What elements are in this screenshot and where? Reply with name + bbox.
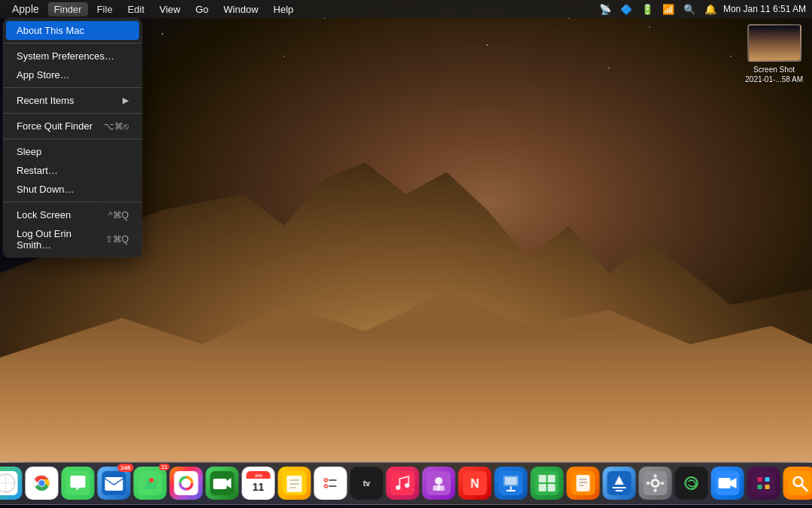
svg-point-19 — [39, 480, 45, 486]
screenshot-label-line1: Screen Shot — [753, 65, 795, 74]
svg-text:N: N — [471, 477, 480, 490]
dock-app-safari[interactable] — [0, 467, 23, 500]
dock-app-keynote[interactable] — [495, 467, 528, 500]
search-icon[interactable]: 🔍 — [681, 4, 698, 15]
menu-about-label: About This Mac — [17, 25, 84, 36]
svg-rect-87 — [758, 485, 762, 489]
menu-shutdown[interactable]: Shut Down… — [6, 180, 139, 199]
menu-app-store-label: App Store… — [17, 69, 70, 81]
dock-app-gyroflow[interactable] — [675, 467, 708, 500]
force-quit-shortcut: ⌥⌘⎋ — [104, 121, 129, 132]
dock-app-calendar[interactable]: JAN 11 — [242, 467, 275, 500]
dock-app-chrome[interactable] — [26, 467, 59, 500]
menu-sleep[interactable]: Sleep — [6, 142, 139, 161]
svg-point-25 — [150, 478, 154, 482]
menu-app-store[interactable]: App Store… — [6, 65, 139, 84]
menu-about-this-mac[interactable]: About This Mac — [6, 21, 139, 40]
svg-rect-41 — [319, 471, 343, 495]
screenshot-preview — [747, 24, 801, 62]
dock-app-music[interactable] — [386, 467, 420, 500]
dock-app-maps[interactable]: 11 — [134, 467, 167, 500]
dock-app-facetime[interactable] — [206, 467, 239, 500]
dock-app-podcasts[interactable] — [423, 467, 456, 500]
dock-app-appletv[interactable]: tv — [350, 467, 383, 500]
menubar-datetime: Mon Jan 11 6:51 AM — [723, 4, 806, 14]
svg-rect-86 — [765, 477, 770, 482]
menu-separator-4 — [3, 138, 142, 139]
svg-rect-62 — [539, 475, 547, 482]
menu-separator-2 — [3, 87, 142, 88]
dock-app-photos[interactable] — [170, 467, 203, 500]
svg-rect-67 — [577, 475, 590, 491]
svg-rect-63 — [548, 475, 556, 482]
svg-point-49 — [396, 485, 401, 490]
menu-recent-items[interactable]: Recent Items ▶ — [6, 91, 139, 110]
svg-rect-65 — [548, 484, 556, 491]
dock-app-valet[interactable] — [783, 467, 813, 500]
screenshot-label: Screen Shot 2021-01-...58 AM — [745, 65, 803, 84]
svg-text:11: 11 — [253, 481, 265, 493]
dock-app-reminders[interactable] — [314, 467, 347, 500]
menu-force-quit[interactable]: Force Quit Finder ⌥⌘⎋ — [6, 117, 139, 135]
notification-icon[interactable]: 🔔 — [702, 4, 719, 15]
calendar-date-badge: 11 — [159, 464, 170, 470]
apple-logo[interactable]: Apple — [6, 2, 45, 17]
menubar-edit[interactable]: Edit — [122, 2, 150, 17]
dock-app-news[interactable]: N — [459, 467, 492, 500]
menu-restart-label: Restart… — [17, 165, 58, 176]
svg-rect-78 — [661, 482, 665, 485]
dock-app-system-preferences[interactable] — [639, 467, 672, 500]
airdrop-icon[interactable]: 📡 — [597, 4, 614, 15]
menu-logout[interactable]: Log Out Erin Smith… ⇧⌘Q — [6, 224, 139, 254]
lock-screen-shortcut: ^⌘Q — [108, 210, 129, 221]
menubar-go[interactable]: Go — [189, 2, 214, 17]
menubar: Apple Finder File Edit View Go Window He… — [0, 0, 812, 18]
dock-app-slack[interactable] — [747, 467, 780, 500]
desktop: Apple Finder File Edit View Go Window He… — [0, 0, 812, 508]
menu-logout-label: Log Out Erin Smith… — [17, 228, 105, 251]
svg-rect-85 — [758, 477, 762, 482]
dock-app-mail[interactable]: 148 — [98, 467, 131, 500]
menubar-finder[interactable]: Finder — [48, 2, 88, 17]
screenshot-thumbnail[interactable]: Screen Shot 2021-01-...58 AM — [745, 24, 803, 84]
svg-rect-79 — [680, 471, 704, 495]
menubar-help[interactable]: Help — [268, 2, 300, 17]
menu-force-quit-label: Force Quit Finder — [17, 120, 92, 132]
svg-rect-48 — [391, 471, 415, 495]
svg-text:JAN: JAN — [254, 473, 262, 478]
menubar-window[interactable]: Window — [217, 2, 264, 17]
apple-menu: About This Mac System Preferences… App S… — [3, 18, 142, 257]
menu-system-preferences[interactable]: System Preferences… — [6, 47, 139, 65]
dock-app-pages[interactable] — [567, 467, 600, 500]
menu-sleep-label: Sleep — [17, 146, 41, 157]
menu-separator-1 — [3, 43, 142, 44]
menu-system-prefs-label: System Preferences… — [17, 50, 114, 62]
svg-rect-64 — [539, 484, 547, 491]
dock: 148 11 — [0, 461, 812, 505]
bluetooth-icon[interactable]: 🔷 — [618, 4, 635, 15]
wifi-icon[interactable]: 📶 — [660, 4, 677, 15]
dock-app-appstore[interactable] — [603, 467, 636, 500]
menu-recent-items-label: Recent Items — [17, 95, 74, 106]
menubar-left: Apple Finder File Edit View Go Window He… — [6, 2, 299, 17]
menu-restart[interactable]: Restart… — [6, 161, 139, 180]
svg-rect-61 — [535, 471, 559, 495]
menubar-view[interactable]: View — [153, 2, 186, 17]
svg-rect-82 — [719, 478, 731, 488]
menu-lock-screen[interactable]: Lock Screen ^⌘Q — [6, 205, 139, 224]
screenshot-image — [749, 26, 800, 60]
svg-rect-22 — [105, 477, 123, 491]
menubar-file[interactable]: File — [91, 2, 119, 17]
svg-point-52 — [435, 477, 443, 485]
menu-lock-screen-label: Lock Screen — [17, 209, 71, 221]
svg-point-74 — [653, 481, 658, 485]
menu-separator-3 — [3, 113, 142, 114]
screenshot-label-line2: 2021-01-...58 AM — [745, 75, 803, 84]
svg-rect-58 — [505, 477, 517, 485]
dock-app-zoom[interactable] — [711, 467, 744, 500]
dock-app-notes[interactable] — [278, 467, 311, 500]
logout-shortcut: ⇧⌘Q — [105, 234, 129, 245]
dock-app-numbers[interactable] — [531, 467, 564, 500]
battery-icon[interactable]: 🔋 — [639, 4, 656, 15]
dock-app-messages[interactable] — [62, 467, 95, 500]
